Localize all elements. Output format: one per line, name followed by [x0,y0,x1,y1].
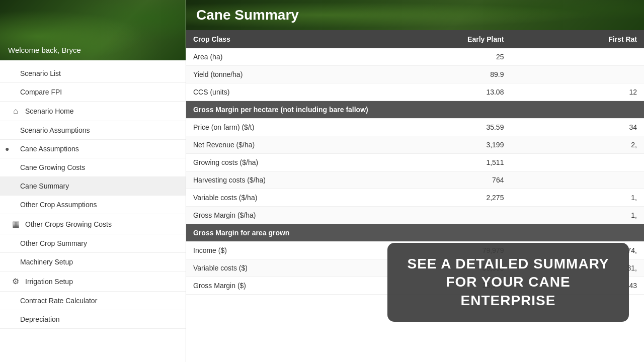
sidebar-item-irrigation-setup[interactable]: ⚙ Irrigation Setup [0,272,186,292]
sidebar-item-label: Other Crop Assumptions [20,201,97,209]
sidebar-item-label: Scenario Assumptions [20,126,90,134]
sidebar-item-label: Compare FPI [20,88,62,96]
sidebar-item-label: Depreciation [20,315,60,323]
sidebar-item-machinery-setup[interactable]: Machinery Setup [0,253,186,272]
row-first-value: 2, [511,136,644,154]
row-label: Harvesting costs ($/ha) [186,171,351,189]
sidebar-header: Welcome back, Bryce [0,0,186,60]
row-first-value: 1, [511,189,644,207]
section-header-label: Gross Margin for area grown [186,224,644,242]
welcome-message: Welcome back, Bryce [8,46,81,54]
row-first-value [511,66,644,83]
row-label: Income ($) [186,242,351,259]
overlay-text: SEE A DETAILED SUMMARYFOR YOUR CANE ENTE… [404,255,613,310]
sidebar-item-cane-assumptions[interactable]: ● Cane Assumptions [0,140,186,158]
section-header-label: Gross Margin per hectare (not including … [186,101,644,119]
sidebar-item-other-crops-growing-costs[interactable]: ▦ Other Crops Growing Costs [0,214,186,234]
section-header-row-2: Gross Margin for area grown [186,224,644,242]
sidebar-item-scenario-home[interactable]: ⌂ Scenario Home [0,102,186,121]
section-header-row: Gross Margin per hectare (not including … [186,101,644,119]
row-early-value: 2,275 [351,189,511,207]
row-first-value: 1, [511,207,644,224]
main-content-wrapper: Crop Class Early Plant First Rat Area (h… [186,30,644,362]
main-header: Cane Summary [186,0,644,30]
row-early-value: 764 [351,171,511,189]
grid-icon: ▦ [10,219,21,229]
sidebar-item-label: Cane Assumptions [20,145,79,153]
table-row: Harvesting costs ($/ha) 764 [186,171,644,189]
sidebar-item-label: Scenario List [20,69,61,77]
gear-icon: ⚙ [10,277,21,286]
table-row: Net Revenue ($/ha) 3,199 2, [186,136,644,154]
table-row: CCS (units) 13.08 12 [186,83,644,101]
row-first-value: 34 [511,119,644,136]
row-first-value: 12 [511,83,644,101]
table-row: Area (ha) 25 [186,48,644,66]
sidebar-item-label: Irrigation Setup [25,278,73,286]
table-row: Growing costs ($/ha) 1,511 [186,154,644,171]
sidebar-item-label: Cane Growing Costs [20,163,85,171]
row-label: Area (ha) [186,48,351,66]
sidebar-item-label: Other Crops Growing Costs [25,220,112,228]
sidebar-item-scenario-list[interactable]: Scenario List [0,64,186,83]
sidebar-item-scenario-assumptions[interactable]: Scenario Assumptions [0,121,186,140]
row-label: Variable costs ($/ha) [186,189,351,207]
row-early-value: 13.08 [351,83,511,101]
page-title: Cane Summary [196,7,299,23]
row-early-value [351,207,511,224]
row-label: Gross Margin ($) [186,277,351,295]
sidebar-item-compare-fpi[interactable]: Compare FPI [0,83,186,102]
table-row: Price (on farm) ($/t) 35.59 34 [186,119,644,136]
nav-list: Scenario List Compare FPI ⌂ Scenario Hom… [0,60,186,362]
row-label: Price (on farm) ($/t) [186,119,351,136]
sidebar-item-label: Scenario Home [25,107,74,115]
sidebar-item-depreciation[interactable]: Depreciation [0,310,186,329]
row-early-value: 1,511 [351,154,511,171]
row-label: Growing costs ($/ha) [186,154,351,171]
dot-icon: ● [5,145,9,153]
sidebar-item-cane-summary[interactable]: Cane Summary [0,177,186,196]
sidebar-item-cane-growing-costs[interactable]: Cane Growing Costs [0,158,186,177]
row-first-value [511,171,644,189]
main-content: Cane Summary Crop Class Early Plant Firs… [186,0,644,362]
col-first-rat: First Rat [511,30,644,48]
overlay-tooltip: SEE A DETAILED SUMMARYFOR YOUR CANE ENTE… [387,243,629,322]
row-first-value [511,48,644,66]
sidebar-item-label: Cane Summary [20,182,69,190]
sidebar-item-contract-rate-calculator[interactable]: Contract Rate Calculator [0,292,186,310]
sidebar-item-label: Other Crop Summary [20,239,87,247]
sidebar-item-label: Machinery Setup [20,258,73,266]
row-label: Gross Margin ($/ha) [186,207,351,224]
table-row: Gross Margin ($/ha) 1, [186,207,644,224]
home-icon: ⌂ [10,107,21,116]
col-crop-class: Crop Class [186,30,351,48]
sidebar: Welcome back, Bryce Scenario List Compar… [0,0,186,362]
sidebar-item-other-crop-summary[interactable]: Other Crop Summary [0,234,186,253]
row-first-value [511,154,644,171]
row-label: CCS (units) [186,83,351,101]
sidebar-item-label: Contract Rate Calculator [20,297,97,305]
row-early-value: 3,199 [351,136,511,154]
table-header-row: Crop Class Early Plant First Rat [186,30,644,48]
row-early-value: 35.59 [351,119,511,136]
row-early-value: 25 [351,48,511,66]
row-label: Yield (tonne/ha) [186,66,351,83]
sidebar-item-other-crop-assumptions[interactable]: Other Crop Assumptions [0,196,186,214]
col-early-plant: Early Plant [351,30,511,48]
row-early-value: 89.9 [351,66,511,83]
table-row: Variable costs ($/ha) 2,275 1, [186,189,644,207]
table-row: Yield (tonne/ha) 89.9 [186,66,644,83]
row-label: Variable costs ($) [186,259,351,277]
row-label: Net Revenue ($/ha) [186,136,351,154]
